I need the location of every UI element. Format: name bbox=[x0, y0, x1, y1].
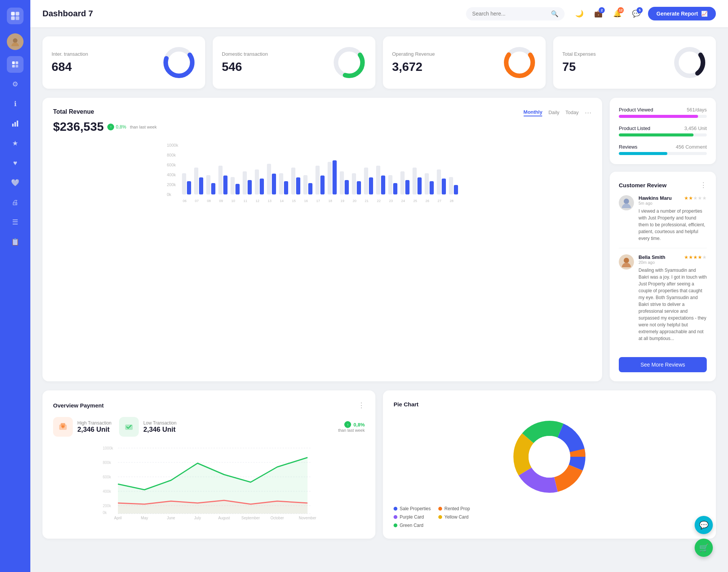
search-input[interactable] bbox=[472, 11, 548, 17]
svg-text:10: 10 bbox=[231, 199, 235, 203]
stat-label-inter: Inter. transaction bbox=[52, 51, 88, 57]
notification-bell-button[interactable]: 🔔 12 bbox=[610, 6, 624, 21]
metric-header-viewed: Product Viewed 561/days bbox=[619, 107, 707, 113]
legend-purple-card: Purple Card bbox=[394, 514, 431, 520]
svg-text:15: 15 bbox=[292, 199, 296, 203]
stat-card-domestic-transaction: Domestic transaction 546 bbox=[213, 36, 375, 89]
revenue-card: Total Revenue Monthly Daily Today ⋯ $236… bbox=[42, 98, 602, 381]
svg-text:11: 11 bbox=[243, 199, 247, 203]
theme-toggle-button[interactable]: 🌙 bbox=[572, 6, 587, 21]
user-avatar[interactable] bbox=[7, 33, 24, 50]
tab-today[interactable]: Today bbox=[565, 110, 579, 116]
stat-value-expenses: 75 bbox=[562, 60, 596, 74]
sidebar-item-dashboard[interactable] bbox=[7, 56, 24, 73]
metric-value-listed: 3,456 Unit bbox=[684, 125, 707, 131]
donut-expenses bbox=[673, 45, 707, 80]
legend-dot-purple bbox=[394, 515, 397, 519]
svg-rect-71 bbox=[364, 168, 368, 194]
svg-rect-42 bbox=[248, 180, 252, 194]
sidebar-item-favorites[interactable]: ★ bbox=[7, 135, 24, 152]
legend-dot-rented bbox=[438, 507, 442, 511]
see-more-reviews-button[interactable]: See More Reviews bbox=[619, 357, 707, 372]
svg-rect-41 bbox=[243, 171, 247, 194]
generate-report-button[interactable]: Generate Report 📈 bbox=[648, 7, 716, 20]
fab-container: 💬 🛒 bbox=[695, 516, 713, 557]
review-item-hawkins: Hawkins Maru 5m ago ★★★★★ I viewed a num… bbox=[619, 195, 707, 248]
svg-text:16: 16 bbox=[304, 199, 308, 203]
svg-rect-57 bbox=[308, 183, 312, 194]
sidebar-item-analytics[interactable] bbox=[7, 115, 24, 132]
payment-title: Overview Payment bbox=[53, 402, 104, 409]
trend-badge: ↑ 0,8% bbox=[107, 124, 126, 130]
cart-fab-button[interactable]: 🛒 bbox=[695, 539, 713, 557]
svg-rect-84 bbox=[417, 177, 422, 194]
payment-menu-dots[interactable]: ⋮ bbox=[358, 401, 365, 409]
svg-text:21: 21 bbox=[365, 199, 369, 203]
generate-report-label: Generate Report bbox=[656, 11, 698, 17]
svg-rect-9 bbox=[12, 124, 14, 127]
svg-rect-50 bbox=[279, 173, 283, 194]
sidebar-item-heart2[interactable]: 🤍 bbox=[7, 174, 24, 191]
svg-text:600k: 600k bbox=[167, 163, 176, 167]
svg-rect-51 bbox=[284, 181, 288, 194]
trend-up-icon: ↑ bbox=[107, 124, 114, 130]
svg-rect-77 bbox=[388, 175, 392, 194]
svg-text:23: 23 bbox=[389, 199, 393, 203]
svg-text:28: 28 bbox=[450, 199, 453, 203]
sidebar-item-menu[interactable]: ☰ bbox=[7, 214, 24, 230]
svg-text:12: 12 bbox=[256, 199, 259, 203]
sidebar-item-info[interactable]: ℹ bbox=[7, 96, 24, 112]
sidebar-item-print[interactable]: 🖨 bbox=[7, 194, 24, 211]
svg-rect-65 bbox=[340, 171, 344, 194]
reviewer-time-bella: 20m ago bbox=[639, 260, 665, 265]
sidebar-logo[interactable] bbox=[7, 8, 24, 24]
wallet-icon-button[interactable]: 💼 2 bbox=[591, 6, 606, 21]
reviewer-avatar-hawkins bbox=[619, 195, 634, 210]
svg-text:08: 08 bbox=[207, 199, 211, 203]
review-menu-dots[interactable]: ⋮ bbox=[700, 181, 707, 189]
stat-info-inter: Inter. transaction 684 bbox=[52, 51, 88, 74]
metric-row-reviews: Reviews 456 Comment bbox=[619, 144, 707, 155]
support-fab-button[interactable]: 💬 bbox=[695, 516, 713, 534]
legend-yellow-card: Yellow Card bbox=[438, 514, 475, 520]
revenue-title: Total Revenue bbox=[53, 108, 94, 115]
sidebar-item-list[interactable]: 📋 bbox=[7, 234, 24, 250]
svg-text:200k: 200k bbox=[103, 504, 111, 508]
svg-text:800k: 800k bbox=[167, 153, 176, 157]
amount-value: $236,535 bbox=[53, 120, 104, 134]
revenue-amount: $236,535 ↑ 0,8% than last week bbox=[53, 120, 592, 134]
svg-rect-56 bbox=[303, 175, 308, 194]
reviewer-name-hawkins: Hawkins Maru bbox=[639, 195, 672, 201]
svg-rect-90 bbox=[442, 179, 446, 194]
review-item-bella: Bella Smith 20m ago ★★★★★ Dealing with S… bbox=[619, 254, 707, 348]
pie-chart-svg bbox=[508, 415, 591, 498]
svg-point-95 bbox=[624, 199, 629, 204]
sidebar-item-heart[interactable]: ♥ bbox=[7, 155, 24, 171]
svg-text:600k: 600k bbox=[103, 475, 111, 479]
header-icons: 🌙 💼 2 🔔 12 💬 5 Generate Report 📈 bbox=[572, 6, 716, 21]
svg-text:June: June bbox=[167, 516, 175, 520]
tab-daily[interactable]: Daily bbox=[548, 110, 559, 116]
svg-rect-75 bbox=[381, 176, 385, 194]
svg-rect-86 bbox=[425, 173, 429, 194]
stat-card-total-expenses: Total Expenses 75 bbox=[553, 36, 716, 89]
search-box[interactable]: 🔍 bbox=[466, 7, 565, 20]
legend-label-rented: Rented Prop bbox=[444, 506, 470, 511]
svg-rect-63 bbox=[333, 160, 337, 194]
svg-rect-33 bbox=[211, 183, 215, 194]
legend-rented-prop: Rented Prop bbox=[438, 506, 475, 511]
legend-dot-sale bbox=[394, 507, 397, 511]
svg-rect-36 bbox=[223, 176, 228, 194]
sidebar-item-settings[interactable]: ⚙ bbox=[7, 76, 24, 92]
payment-card: Overview Payment ⋮ High Tra bbox=[42, 390, 375, 539]
low-stat-value: 2,346 Unit bbox=[143, 426, 176, 434]
stat-card-operating-revenue: Operating Revenue 3,672 bbox=[383, 36, 546, 89]
svg-rect-59 bbox=[315, 166, 320, 194]
tab-monthly[interactable]: Monthly bbox=[524, 109, 543, 116]
revenue-menu-dots[interactable]: ⋯ bbox=[585, 108, 592, 117]
svg-rect-1 bbox=[16, 12, 19, 16]
main-content: Dashboard 7 🔍 🌙 💼 2 🔔 12 💬 5 Generate Re… bbox=[30, 0, 728, 572]
chat-button[interactable]: 💬 5 bbox=[629, 6, 643, 21]
low-transaction-icon bbox=[119, 417, 139, 437]
svg-rect-7 bbox=[12, 65, 15, 67]
